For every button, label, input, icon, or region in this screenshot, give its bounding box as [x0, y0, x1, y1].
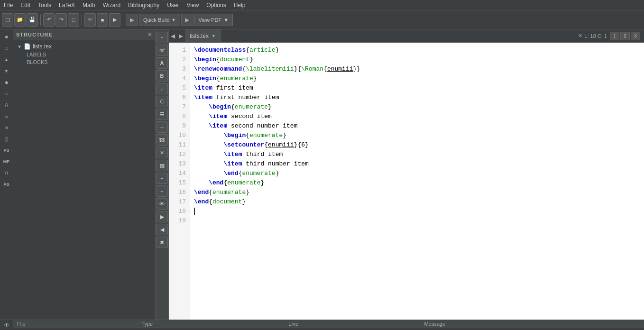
- mid-btn-i[interactable]: i: [156, 83, 168, 94]
- quick-build-button[interactable]: Quick Build ▼: [139, 14, 180, 26]
- mid-toolbar: + ref A B i C ☰ → $$ ✕ ▦ + + 👁 ▶ ◀ ✖: [156, 29, 169, 320]
- mid-btn-dollar[interactable]: $$: [156, 134, 168, 146]
- main-layout: ■ □ ▲ ▼ ◆ ○ Λ ∞ ✕ ▒ PS MP TI AS STRUCTUR…: [0, 29, 644, 320]
- menu-help[interactable]: Help: [230, 1, 249, 9]
- tab-num-1[interactable]: 1: [610, 32, 619, 40]
- play-button[interactable]: ▶: [126, 14, 138, 26]
- left-icon-8[interactable]: ∞: [1, 111, 12, 121]
- play-button-2[interactable]: ▶: [181, 14, 193, 26]
- left-icon-3[interactable]: ▲: [1, 54, 12, 64]
- code-editor[interactable]: 12345 678910 1112131415 16171819 \docume…: [169, 43, 644, 320]
- col-file: File: [13, 320, 138, 328]
- left-icon-ti[interactable]: TI: [1, 168, 12, 178]
- line-col-indicator: L: 18 C: 1: [584, 33, 607, 39]
- tree-labels-item[interactable]: LABELS: [15, 51, 153, 58]
- structure-tree: ▼ 📄 lists.tex LABELS BLOCKS: [13, 40, 155, 320]
- copy-doc-button[interactable]: □: [68, 13, 79, 27]
- line-numbers: 12345 678910 1112131415 16171819: [169, 43, 190, 320]
- left-icon-as[interactable]: AS: [1, 179, 12, 190]
- messages-left-btns: 👁 ▶ ◀ ✖: [0, 320, 13, 330]
- tab-number-buttons: 1 2 3: [609, 31, 641, 41]
- view-pdf-button[interactable]: View PDF ▼: [194, 14, 233, 26]
- mid-btn-plus3[interactable]: +: [156, 185, 168, 197]
- menu-user[interactable]: User: [163, 1, 183, 9]
- col-line: Line: [285, 320, 420, 328]
- tree-blocks-item[interactable]: BLOCKS: [15, 58, 153, 66]
- menu-edit[interactable]: Edit: [17, 1, 34, 9]
- quick-build-label: Quick Build: [143, 17, 170, 23]
- editor-tabs: ◀ ▶ lists.tex ▼ ✕ L: 18 C: 1 1 2 3: [169, 29, 644, 43]
- new-button[interactable]: ▢: [2, 13, 13, 27]
- menu-options[interactable]: Options: [202, 1, 230, 9]
- mid-btn-close[interactable]: ✖: [156, 237, 168, 248]
- close-tab-icon[interactable]: ✕: [578, 33, 582, 39]
- structure-panel: STRUCTURE ✕ ▼ 📄 lists.tex LABELS BLOCKS: [13, 29, 156, 320]
- tree-item-file[interactable]: ▼ 📄 lists.tex: [15, 42, 153, 51]
- tab-num-3[interactable]: 3: [631, 32, 640, 40]
- mid-btn-arrow-left[interactable]: →: [156, 121, 168, 133]
- tab-right-area: ✕ L: 18 C: 1 1 2 3: [578, 31, 644, 41]
- mid-btn-B[interactable]: B: [156, 70, 168, 82]
- menu-latex[interactable]: LaTeX: [55, 1, 79, 9]
- toolbar-separator-1: [40, 14, 41, 26]
- mid-btn-list[interactable]: ☰: [156, 109, 168, 120]
- left-icon-ps[interactable]: PS: [1, 145, 12, 156]
- left-icon-10[interactable]: ▒: [1, 134, 12, 144]
- quick-build-arrow-icon: ▼: [172, 18, 176, 22]
- toolbar: ▢ 📁 💾 ↶ ↷ □ ✄ ■ ▶ ▶ Quick Build ▼ ▶ View…: [0, 10, 644, 29]
- messages-section: 👁 ▶ ◀ ✖ File Type Line Message: [0, 320, 644, 330]
- view-pdf-arrow-icon: ▼: [223, 17, 229, 23]
- mid-btn-x[interactable]: ✕: [156, 147, 168, 158]
- structure-header: STRUCTURE ✕: [13, 29, 155, 40]
- tab-dropdown-icon[interactable]: ▼: [212, 34, 216, 38]
- editor-tab-lists[interactable]: lists.tex ▼: [185, 29, 221, 43]
- left-icon-5[interactable]: ◆: [1, 77, 12, 87]
- left-icon-sidebar: ■ □ ▲ ▼ ◆ ○ Λ ∞ ✕ ▒ PS MP TI AS: [0, 29, 13, 320]
- tree-arrow-icon: ▼: [17, 44, 22, 49]
- left-icon-6[interactable]: ○: [1, 88, 12, 99]
- table-row: [13, 328, 644, 330]
- toolbar-separator-2: [82, 14, 82, 26]
- menu-view[interactable]: View: [183, 1, 203, 9]
- mid-btn-back[interactable]: ◀: [156, 224, 168, 235]
- left-icon-1[interactable]: ■: [1, 31, 12, 42]
- redo-button[interactable]: ↷: [55, 13, 67, 27]
- left-icon-7[interactable]: Λ: [1, 100, 12, 110]
- menu-tools[interactable]: Tools: [34, 1, 55, 9]
- mid-btn-ref[interactable]: ref: [156, 45, 168, 56]
- open-button[interactable]: 📁: [14, 13, 26, 27]
- tab-nav-right[interactable]: ▶: [177, 32, 185, 40]
- mid-btn-eye[interactable]: 👁: [156, 198, 168, 210]
- paste-button[interactable]: ▶: [109, 13, 120, 27]
- save-button[interactable]: 💾: [27, 13, 38, 27]
- menu-wizard[interactable]: Wizard: [99, 1, 124, 9]
- mid-btn-C[interactable]: C: [156, 96, 168, 107]
- tab-num-2[interactable]: 2: [620, 32, 630, 40]
- menu-file[interactable]: File: [0, 1, 17, 9]
- left-icon-mp[interactable]: MP: [1, 156, 12, 167]
- col-type: Type: [138, 320, 285, 328]
- left-icon-4[interactable]: ▼: [1, 65, 12, 76]
- code-content[interactable]: \documentclass{article} \begin{document}…: [190, 43, 644, 320]
- left-icon-9[interactable]: ✕: [1, 122, 12, 133]
- tab-nav-left[interactable]: ◀: [169, 32, 177, 40]
- structure-close-icon[interactable]: ✕: [147, 31, 152, 38]
- mid-btn-plus2[interactable]: +: [156, 173, 168, 184]
- col-message: Message: [420, 320, 644, 328]
- cut-button[interactable]: ✄: [84, 13, 96, 27]
- menu-bibliography[interactable]: Bibliography: [124, 1, 163, 9]
- mid-btn-fwd[interactable]: ▶: [156, 211, 168, 222]
- undo-button[interactable]: ↶: [43, 13, 55, 27]
- toolbar-separator-3: [123, 14, 123, 26]
- mid-btn-add[interactable]: +: [156, 32, 168, 43]
- structure-title: STRUCTURE: [16, 32, 53, 37]
- left-icon-2[interactable]: □: [1, 43, 12, 53]
- editor-area: ◀ ▶ lists.tex ▼ ✕ L: 18 C: 1 1 2 3 12345…: [169, 29, 644, 320]
- menu-math[interactable]: Math: [79, 1, 99, 9]
- mid-btn-table[interactable]: ▦: [156, 160, 168, 171]
- bottom-panel: 👁 ▶ ◀ ✖ File Type Line Message: [0, 320, 644, 330]
- messages-table: File Type Line Message: [13, 320, 644, 330]
- mid-btn-A[interactable]: A: [156, 57, 168, 69]
- copy-button[interactable]: ■: [97, 13, 108, 27]
- msg-eye-icon[interactable]: 👁: [1, 321, 12, 330]
